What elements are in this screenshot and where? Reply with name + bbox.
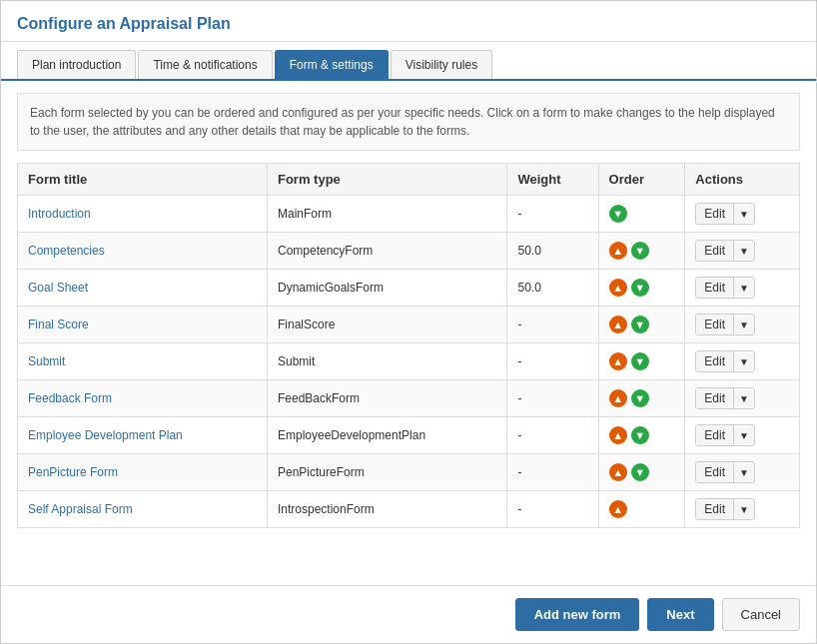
order-up-icon[interactable]: ▲: [609, 463, 627, 481]
edit-main-btn[interactable]: Edit: [696, 425, 734, 445]
form-order-cell: ▲▼: [598, 270, 685, 307]
order-up-icon[interactable]: ▲: [609, 389, 627, 407]
table-header: Form titleForm typeWeightOrderActions: [18, 164, 800, 196]
form-order-cell: ▲▼: [598, 233, 685, 270]
form-type-cell: DynamicGoalsForm: [267, 270, 506, 307]
form-weight-cell: -: [507, 307, 598, 343]
edit-button[interactable]: Edit▼: [695, 314, 755, 335]
tab-plan-introduction[interactable]: Plan introduction: [17, 50, 136, 79]
form-weight-cell: -: [507, 343, 598, 380]
form-order-cell: ▼: [598, 196, 685, 233]
form-type-cell: FinalScore: [267, 307, 506, 343]
col-header-weight: Weight: [507, 164, 598, 196]
form-title-cell[interactable]: Feedback Form: [18, 380, 268, 417]
form-order-cell: ▲▼: [598, 343, 685, 380]
dialog-header: Configure an Appraisal Plan: [1, 1, 816, 42]
form-title-cell[interactable]: Submit: [18, 343, 268, 380]
edit-button[interactable]: Edit▼: [695, 498, 755, 520]
form-action-cell: Edit▼: [685, 270, 800, 307]
edit-main-btn[interactable]: Edit: [696, 278, 734, 298]
forms-table-container: Form titleForm typeWeightOrderActions In…: [17, 163, 800, 573]
edit-dropdown-btn[interactable]: ▼: [734, 501, 754, 518]
order-down-icon[interactable]: ▼: [631, 389, 649, 407]
edit-button[interactable]: Edit▼: [695, 387, 755, 409]
order-up-icon[interactable]: ▲: [609, 316, 627, 333]
tab-bar: Plan introductionTime & notificationsFor…: [1, 42, 816, 81]
order-down-icon[interactable]: ▼: [609, 205, 627, 223]
table-row: Final ScoreFinalScore-▲▼Edit▼: [18, 307, 800, 343]
edit-button[interactable]: Edit▼: [695, 461, 755, 483]
form-action-cell: Edit▼: [685, 307, 800, 343]
form-title-cell[interactable]: Goal Sheet: [18, 270, 268, 307]
form-action-cell: Edit▼: [685, 491, 800, 528]
form-type-cell: FeedBackForm: [267, 380, 506, 417]
table-row: Goal SheetDynamicGoalsForm50.0▲▼Edit▼: [18, 270, 800, 307]
form-type-cell: PenPictureForm: [267, 454, 506, 491]
order-up-icon[interactable]: ▲: [609, 500, 627, 518]
info-box: Each form selected by you can be ordered…: [17, 93, 800, 151]
edit-main-btn[interactable]: Edit: [696, 462, 734, 482]
form-title-cell[interactable]: Competencies: [18, 233, 268, 270]
edit-main-btn[interactable]: Edit: [696, 315, 734, 334]
form-title-cell[interactable]: Introduction: [18, 196, 268, 233]
order-down-icon[interactable]: ▼: [631, 242, 649, 260]
edit-dropdown-btn[interactable]: ▼: [734, 280, 754, 297]
form-title-cell[interactable]: PenPicture Form: [18, 454, 268, 491]
form-weight-cell: -: [507, 196, 598, 233]
form-type-cell: MainForm: [267, 196, 506, 233]
form-title-cell[interactable]: Self Appraisal Form: [18, 491, 268, 528]
form-order-cell: ▲: [598, 491, 685, 528]
form-action-cell: Edit▼: [685, 380, 800, 417]
form-order-cell: ▲▼: [598, 417, 685, 454]
table-row: IntroductionMainForm-▼Edit▼: [18, 196, 800, 233]
table-row: Employee Development PlanEmployeeDevelop…: [18, 417, 800, 454]
next-button[interactable]: Next: [647, 598, 713, 631]
edit-button[interactable]: Edit▼: [695, 240, 755, 262]
configure-appraisal-dialog: Configure an Appraisal Plan Plan introdu…: [0, 0, 817, 644]
edit-dropdown-btn[interactable]: ▼: [734, 243, 754, 260]
cancel-button[interactable]: Cancel: [722, 598, 800, 631]
dialog-title: Configure an Appraisal Plan: [17, 15, 231, 32]
form-weight-cell: -: [507, 417, 598, 454]
edit-dropdown-btn[interactable]: ▼: [734, 206, 754, 223]
edit-dropdown-btn[interactable]: ▼: [734, 427, 754, 444]
order-up-icon[interactable]: ▲: [609, 426, 627, 444]
table-row: PenPicture FormPenPictureForm-▲▼Edit▼: [18, 454, 800, 491]
edit-button[interactable]: Edit▼: [695, 277, 755, 299]
edit-dropdown-btn[interactable]: ▼: [734, 464, 754, 481]
edit-main-btn[interactable]: Edit: [696, 204, 734, 224]
col-header-form-type: Form type: [267, 164, 506, 196]
tab-time-notifications[interactable]: Time & notifications: [138, 50, 272, 79]
form-order-cell: ▲▼: [598, 380, 685, 417]
edit-button[interactable]: Edit▼: [695, 424, 755, 446]
edit-dropdown-btn[interactable]: ▼: [734, 390, 754, 407]
form-weight-cell: -: [507, 491, 598, 528]
col-header-order: Order: [598, 164, 685, 196]
tab-form-settings[interactable]: Form & settings: [275, 50, 389, 79]
order-up-icon[interactable]: ▲: [609, 242, 627, 260]
order-up-icon[interactable]: ▲: [609, 352, 627, 370]
edit-main-btn[interactable]: Edit: [696, 388, 734, 408]
add-new-form-button[interactable]: Add new form: [515, 598, 640, 631]
form-weight-cell: -: [507, 380, 598, 417]
edit-button[interactable]: Edit▼: [695, 350, 755, 372]
edit-main-btn[interactable]: Edit: [696, 241, 734, 261]
form-action-cell: Edit▼: [685, 196, 800, 233]
table-row: CompetenciesCompetencyForm50.0▲▼Edit▼: [18, 233, 800, 270]
order-down-icon[interactable]: ▼: [631, 463, 649, 481]
order-down-icon[interactable]: ▼: [631, 316, 649, 333]
order-up-icon[interactable]: ▲: [609, 279, 627, 297]
form-title-cell[interactable]: Employee Development Plan: [18, 417, 268, 454]
edit-main-btn[interactable]: Edit: [696, 499, 734, 519]
form-title-cell[interactable]: Final Score: [18, 307, 268, 343]
edit-dropdown-btn[interactable]: ▼: [734, 353, 754, 370]
order-down-icon[interactable]: ▼: [631, 426, 649, 444]
order-down-icon[interactable]: ▼: [631, 279, 649, 297]
footer: Add new form Next Cancel: [1, 585, 816, 643]
edit-button[interactable]: Edit▼: [695, 203, 755, 225]
edit-dropdown-btn[interactable]: ▼: [734, 317, 754, 333]
form-action-cell: Edit▼: [685, 454, 800, 491]
order-down-icon[interactable]: ▼: [631, 352, 649, 370]
tab-visibility-rules[interactable]: Visibility rules: [391, 50, 492, 79]
edit-main-btn[interactable]: Edit: [696, 351, 734, 371]
